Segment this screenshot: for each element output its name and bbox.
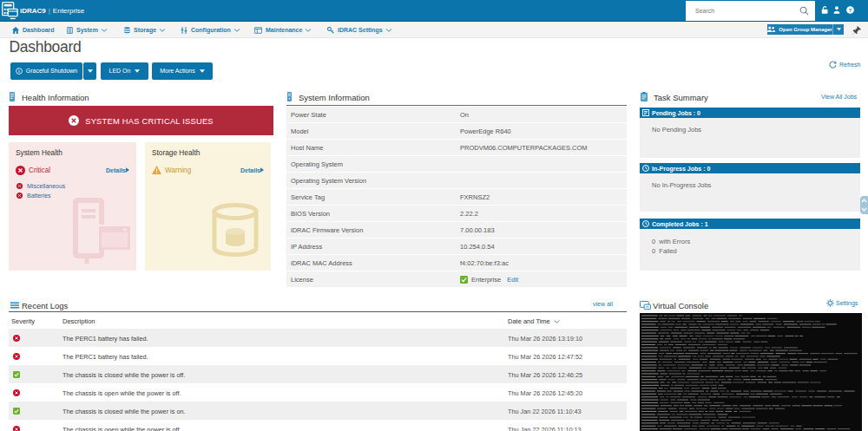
svg-text:?: ?: [849, 7, 852, 13]
